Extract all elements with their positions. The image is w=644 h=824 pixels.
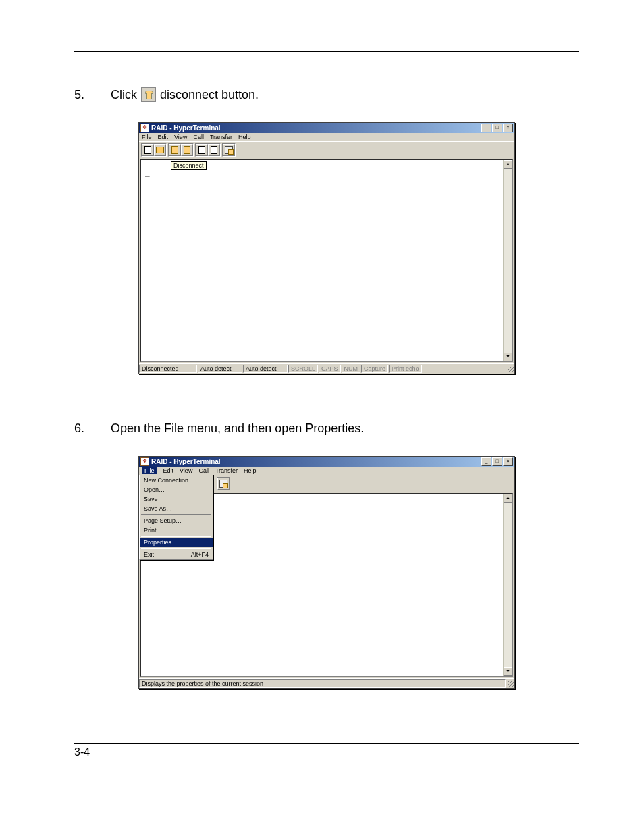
close-button[interactable]: × bbox=[503, 457, 513, 466]
status-capture: Capture bbox=[361, 365, 388, 373]
menu-edit[interactable]: Edit bbox=[158, 134, 169, 140]
step-text-post: disconnect button. bbox=[160, 88, 259, 102]
close-button[interactable]: × bbox=[503, 124, 513, 132]
properties-button[interactable] bbox=[217, 478, 230, 490]
scroll-up-icon[interactable]: ▲ bbox=[504, 160, 512, 169]
status-detect2: Auto detect bbox=[243, 365, 288, 373]
menu-call[interactable]: Call bbox=[193, 134, 204, 140]
status-detect1: Auto detect bbox=[198, 365, 242, 373]
disconnect-button[interactable] bbox=[181, 144, 193, 156]
minimize-button[interactable]: _ bbox=[481, 457, 491, 466]
menu-save-as[interactable]: Save As… bbox=[140, 504, 213, 513]
step-text-pre: Click bbox=[111, 88, 137, 102]
status-caps: CAPS bbox=[319, 365, 341, 373]
menubar[interactable]: File Edit View Call Transfer Help bbox=[139, 133, 514, 141]
terminal-cursor: _ bbox=[145, 168, 150, 177]
menu-properties[interactable]: Properties bbox=[140, 538, 213, 547]
disconnect-icon bbox=[141, 87, 156, 102]
menubar[interactable]: File Edit View Call Transfer Help bbox=[139, 467, 514, 475]
hyperterminal-window-2: ❖ RAID - HyperTerminal _ □ × File Edit V… bbox=[138, 456, 515, 689]
menu-page-setup[interactable]: Page Setup… bbox=[140, 516, 213, 525]
toolbar bbox=[139, 141, 514, 158]
terminal-area[interactable]: Disconnect _ ▲ ▼ bbox=[140, 159, 513, 362]
status-num: NUM bbox=[342, 365, 361, 373]
step-text: Open the File menu, and then open Proper… bbox=[111, 421, 364, 436]
menu-view[interactable]: View bbox=[180, 467, 192, 474]
maximize-button[interactable]: □ bbox=[492, 457, 502, 466]
menu-exit[interactable]: Exit Alt+F4 bbox=[140, 550, 213, 559]
menu-print[interactable]: Print… bbox=[140, 525, 213, 535]
connect-button[interactable] bbox=[169, 144, 181, 156]
app-icon: ❖ bbox=[140, 124, 149, 132]
window-title: RAID - HyperTerminal bbox=[151, 124, 481, 132]
scroll-up-icon[interactable]: ▲ bbox=[504, 494, 512, 503]
toolbar bbox=[215, 475, 514, 492]
scroll-down-icon[interactable]: ▼ bbox=[504, 667, 512, 676]
step-6: 6. Open the File menu, and then open Pro… bbox=[74, 421, 579, 436]
menu-edit[interactable]: Edit bbox=[163, 467, 174, 474]
app-icon: ❖ bbox=[140, 457, 149, 466]
status-echo: Print echo bbox=[389, 365, 422, 373]
menu-call[interactable]: Call bbox=[198, 467, 209, 474]
page-footer: 3-4 bbox=[74, 743, 579, 758]
scroll-down-icon[interactable]: ▼ bbox=[504, 353, 512, 361]
minimize-button[interactable]: _ bbox=[481, 124, 491, 132]
vertical-scrollbar[interactable]: ▲ ▼ bbox=[503, 160, 512, 361]
send-button[interactable] bbox=[196, 144, 208, 156]
menu-transfer[interactable]: Transfer bbox=[215, 467, 238, 474]
open-button[interactable] bbox=[154, 144, 166, 156]
properties-button[interactable] bbox=[223, 144, 235, 156]
vertical-scrollbar[interactable]: ▲ ▼ bbox=[503, 494, 512, 676]
resize-grip-icon[interactable] bbox=[506, 365, 514, 373]
step-5: 5. Click disconnect button. bbox=[74, 87, 579, 102]
new-button[interactable] bbox=[142, 144, 154, 156]
menu-file[interactable]: File bbox=[142, 134, 152, 140]
statusbar: Displays the properties of the current s… bbox=[139, 678, 514, 688]
menu-file[interactable]: File bbox=[142, 467, 157, 474]
disconnect-tooltip: Disconnect bbox=[171, 161, 207, 170]
resize-grip-icon[interactable] bbox=[506, 679, 514, 688]
menu-help[interactable]: Help bbox=[238, 134, 251, 140]
hyperterminal-window-1: ❖ RAID - HyperTerminal _ □ × File Edit V… bbox=[138, 122, 515, 374]
titlebar[interactable]: ❖ RAID - HyperTerminal _ □ × bbox=[139, 123, 514, 133]
receive-button[interactable] bbox=[208, 144, 220, 156]
window-title: RAID - HyperTerminal bbox=[151, 458, 481, 465]
menu-new-connection[interactable]: New Connection bbox=[140, 475, 213, 485]
menu-help[interactable]: Help bbox=[244, 467, 257, 474]
menu-save[interactable]: Save bbox=[140, 494, 213, 504]
menu-view[interactable]: View bbox=[174, 134, 187, 140]
step-number: 6. bbox=[74, 421, 111, 436]
menu-open[interactable]: Open… bbox=[140, 485, 213, 494]
status-scroll: SCROLL bbox=[288, 365, 318, 373]
maximize-button[interactable]: □ bbox=[492, 124, 502, 132]
status-message: Displays the properties of the current s… bbox=[139, 679, 506, 688]
file-menu-dropdown[interactable]: New Connection Open… Save Save As… Page … bbox=[139, 475, 213, 560]
menu-transfer[interactable]: Transfer bbox=[210, 134, 232, 140]
statusbar: Disconnected Auto detect Auto detect SCR… bbox=[139, 363, 514, 374]
step-number: 5. bbox=[74, 88, 111, 102]
titlebar[interactable]: ❖ RAID - HyperTerminal _ □ × bbox=[139, 457, 514, 467]
status-connection: Disconnected bbox=[139, 365, 197, 373]
